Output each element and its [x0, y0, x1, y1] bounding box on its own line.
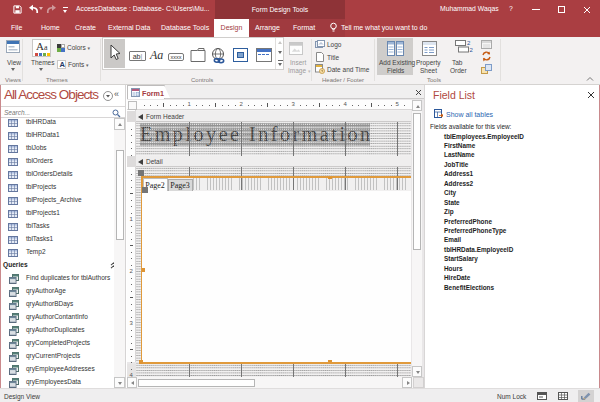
- svg-text:2: 2: [470, 47, 474, 53]
- svg-text:2: 2: [467, 40, 471, 46]
